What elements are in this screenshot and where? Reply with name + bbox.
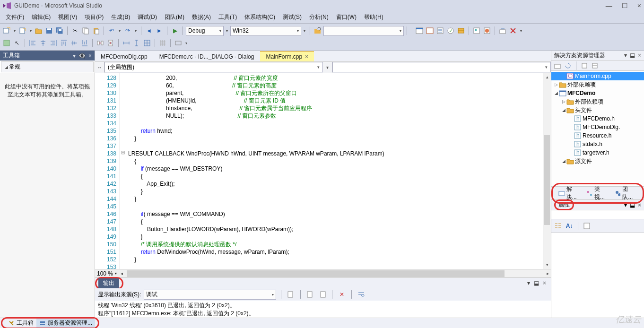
- tree-node[interactable]: ▷外部依赖项: [551, 80, 644, 89]
- dd-icon[interactable]: ▾: [519, 29, 523, 33]
- bottom-tab-server[interactable]: 服务器资源管理...: [36, 319, 95, 328]
- scroll-left-icon[interactable]: ◂: [121, 271, 123, 276]
- same-size-icon[interactable]: [142, 38, 152, 48]
- fold-gutter[interactable]: ⊟: [120, 73, 126, 269]
- undo-icon[interactable]: ↶: [107, 26, 116, 35]
- same-height-icon[interactable]: [132, 38, 141, 48]
- tree-node[interactable]: hstdafx.h: [551, 140, 644, 148]
- tb-icon[interactable]: [174, 38, 183, 48]
- close-icon[interactable]: ×: [638, 52, 641, 59]
- spacing-h-icon[interactable]: [96, 38, 105, 48]
- dd-icon[interactable]: ▾: [225, 29, 229, 33]
- align-right-icon[interactable]: [49, 38, 58, 48]
- tree-node[interactable]: hMFCDemo.h: [551, 114, 644, 123]
- menu-test[interactable]: 测试(S): [279, 12, 305, 22]
- dd-icon[interactable]: ▾: [323, 62, 332, 73]
- tb-icon[interactable]: [508, 26, 518, 35]
- vertical-scrollbar[interactable]: ▴▾: [543, 73, 551, 269]
- dropdown-icon[interactable]: ▾: [624, 52, 627, 59]
- open-icon[interactable]: [34, 26, 44, 35]
- align-bottom-icon[interactable]: [80, 38, 89, 48]
- tb-icon[interactable]: [435, 26, 445, 35]
- props-icon[interactable]: [580, 61, 589, 70]
- scope-combo[interactable]: (全局范围)▾: [104, 62, 323, 72]
- tb-icon[interactable]: [498, 26, 507, 35]
- dd-icon[interactable]: ▾: [12, 29, 17, 33]
- clear-icon[interactable]: ✕: [337, 290, 347, 299]
- pointer-icon[interactable]: ↖: [12, 38, 22, 48]
- zoom-dd-icon[interactable]: ▾: [115, 271, 117, 276]
- align-center-icon[interactable]: [38, 38, 48, 48]
- config-combo[interactable]: Debug▾: [186, 26, 224, 36]
- tree-node[interactable]: ◢源文件: [551, 157, 644, 165]
- code-editor[interactable]: 1281291301311321331341351361371381391401…: [95, 73, 551, 269]
- scroll-right-icon[interactable]: ▸: [547, 271, 549, 276]
- same-width-icon[interactable]: [122, 38, 131, 48]
- platform-combo[interactable]: Win32▾: [230, 26, 301, 36]
- close-icon[interactable]: ×: [88, 52, 92, 59]
- solution-tree[interactable]: C++MainForm.cpp▷外部依赖项◢MFCDemo▷外部依赖项◢头文件h…: [551, 71, 644, 186]
- dropdown-icon[interactable]: ▾: [73, 52, 76, 59]
- code-body[interactable]: 200, // 窗口元素的宽度 60, // 窗口元素的高度 parent, /…: [126, 73, 543, 269]
- new-project-icon[interactable]: [2, 26, 11, 35]
- pin-icon[interactable]: 👁‍🗨: [78, 52, 86, 59]
- tree-node[interactable]: hMFCDemoDlg.: [551, 123, 644, 131]
- tree-node[interactable]: ◢头文件: [551, 106, 644, 114]
- menu-view[interactable]: 视图(V): [54, 12, 81, 22]
- tb-icon[interactable]: [472, 26, 481, 35]
- tree-node[interactable]: C++MainForm.cpp: [551, 72, 644, 80]
- tree-node[interactable]: hResource.h: [551, 131, 644, 140]
- horizontal-scrollbar[interactable]: [127, 270, 547, 277]
- redo-icon[interactable]: ↷: [123, 26, 132, 35]
- home-icon[interactable]: [553, 61, 562, 70]
- pin-icon[interactable]: ⬓: [630, 52, 635, 59]
- menu-tools[interactable]: 工具(T): [215, 12, 241, 22]
- prop-pages-icon[interactable]: [582, 221, 592, 231]
- nav-expand-icon[interactable]: ↔: [95, 62, 104, 73]
- tb-icon[interactable]: [446, 26, 455, 35]
- maximize-button[interactable]: ☐: [622, 2, 628, 9]
- menu-debug[interactable]: 调试(D): [134, 12, 161, 22]
- menu-help[interactable]: 帮助(H): [360, 12, 387, 22]
- align-left-icon[interactable]: [28, 38, 37, 48]
- refresh-icon[interactable]: [564, 61, 572, 70]
- menu-data[interactable]: 数据(A): [188, 12, 215, 22]
- categorized-icon[interactable]: [553, 221, 563, 231]
- close-button[interactable]: ×: [637, 2, 641, 9]
- goto-icon[interactable]: [286, 290, 296, 299]
- find-in-files-icon[interactable]: [313, 26, 322, 35]
- bottom-tab-toolbox[interactable]: 工具箱: [5, 319, 36, 328]
- zoom-level[interactable]: 100 %: [97, 270, 113, 277]
- dd-icon[interactable]: ▾: [133, 29, 138, 33]
- menu-build[interactable]: 生成(B): [107, 12, 134, 22]
- close-tab-icon[interactable]: ×: [305, 53, 308, 60]
- start-debug-icon[interactable]: ▶: [170, 26, 180, 35]
- minimize-button[interactable]: —: [606, 2, 612, 9]
- copy-icon[interactable]: [81, 26, 90, 35]
- output-body[interactable]: 线程 'Win32 线程' (0x3610) 已退出, 返回值为 2 (0x2)…: [95, 301, 551, 318]
- properties-target[interactable]: [551, 210, 644, 219]
- close-icon[interactable]: ×: [543, 280, 546, 286]
- tab-mainform[interactable]: MainForm.cpp×: [260, 51, 314, 61]
- spacing-v-icon[interactable]: [106, 38, 115, 48]
- prev-icon[interactable]: [305, 290, 315, 299]
- menu-team[interactable]: 团队(M): [161, 12, 188, 22]
- menu-project[interactable]: 项目(P): [81, 12, 107, 22]
- pin-icon[interactable]: ⬓: [534, 280, 539, 286]
- tab-classview[interactable]: 类视...: [583, 184, 611, 202]
- add-item-icon[interactable]: [18, 26, 27, 35]
- tree-node[interactable]: htargetver.h: [551, 148, 644, 157]
- tb-icon[interactable]: [2, 38, 11, 48]
- menu-arch[interactable]: 体系结构(C): [241, 12, 279, 22]
- tb-icon[interactable]: [482, 26, 492, 35]
- menu-file[interactable]: 文件(F): [2, 12, 28, 22]
- menu-window[interactable]: 窗口(W): [332, 12, 360, 22]
- word-wrap-icon[interactable]: [357, 290, 366, 299]
- dd-icon[interactable]: ▾: [28, 29, 33, 33]
- alpha-sort-icon[interactable]: A↓: [565, 221, 574, 231]
- nav-fwd-icon[interactable]: ►: [155, 26, 164, 35]
- nav-back-icon[interactable]: ◄: [144, 26, 154, 35]
- dd-icon[interactable]: ▾: [302, 29, 307, 33]
- next-icon[interactable]: [318, 290, 327, 299]
- tree-node[interactable]: ▷外部依赖项: [551, 97, 644, 106]
